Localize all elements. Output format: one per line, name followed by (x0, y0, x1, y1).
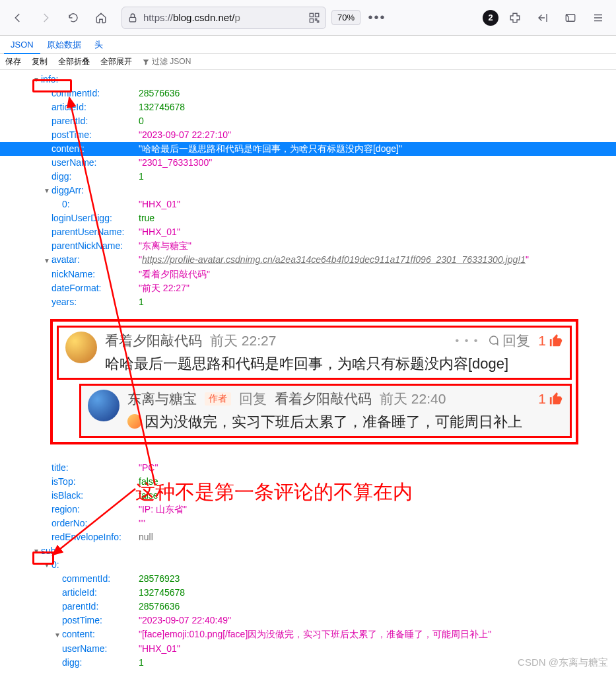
comment-row: 看着夕阳敲代码 前天 22:27 • • • 回复 1 哈哈最后一题思路和代码是… (57, 326, 572, 380)
json-key[interactable]: content (62, 629, 92, 639)
json-key[interactable]: loginUserDigg (51, 213, 110, 223)
json-key[interactable]: isTop (51, 476, 73, 487)
tab-json[interactable]: JSON (4, 36, 40, 54)
json-key[interactable]: years (51, 297, 74, 307)
json-key[interactable]: title (51, 462, 66, 473)
json-key[interactable]: postTime (62, 615, 100, 625)
lock-icon (127, 13, 138, 23)
json-key[interactable]: userName (62, 643, 105, 654)
back-button[interactable] (7, 7, 29, 29)
twisty-icon[interactable]: ▼ (42, 254, 51, 267)
json-key[interactable]: nickName (51, 269, 92, 279)
json-key[interactable]: articleId (51, 102, 84, 112)
json-val: false (139, 475, 158, 489)
json-val: 1 (139, 295, 144, 309)
sidebar-button[interactable] (559, 7, 582, 29)
json-val: "HHX_01" (139, 225, 180, 239)
comment-nick[interactable]: 东离与糖宝 (127, 390, 197, 408)
qr-icon[interactable] (308, 12, 320, 24)
more-icon[interactable]: • • • (456, 335, 479, 347)
reply-button[interactable]: 回复 (487, 332, 530, 350)
json-val: 0 (139, 114, 144, 128)
json-val: "看着夕阳敲代码" (139, 267, 210, 281)
json-val: 1 (139, 170, 144, 184)
json-val: 28576636 (139, 87, 180, 100)
extensions-button[interactable] (504, 7, 526, 29)
svg-rect-0 (129, 17, 135, 22)
home-button[interactable] (90, 7, 112, 29)
like-count[interactable]: 1 (538, 391, 563, 407)
json-key[interactable]: diggArr (51, 184, 81, 197)
json-key[interactable]: 0 (62, 199, 67, 209)
save-action[interactable]: 保存 (0, 56, 26, 67)
json-key[interactable]: region (51, 504, 77, 514)
json-key[interactable]: userName (51, 157, 94, 168)
json-key[interactable]: redEnvelopeInfo (51, 532, 119, 542)
json-key[interactable]: articleId (62, 587, 94, 598)
json-val: "HHX_01" (139, 642, 180, 656)
reload-button[interactable] (62, 7, 85, 29)
zoom-indicator[interactable]: 70% (331, 10, 360, 25)
json-val: "" (139, 516, 145, 530)
json-key[interactable]: digg (62, 657, 79, 668)
json-val: "2023-09-07 22:40:49" (139, 614, 231, 627)
filter-input[interactable]: 过滤 JSON (137, 56, 196, 67)
json-key[interactable]: content (51, 143, 82, 154)
json-val: 132745678 (139, 586, 185, 600)
collapse-all-action[interactable]: 全部折叠 (53, 56, 95, 67)
avatar (65, 332, 97, 363)
json-key[interactable]: commentId (62, 573, 108, 584)
json-key[interactable]: 0 (51, 558, 57, 572)
svg-rect-4 (316, 18, 317, 20)
key-sub[interactable]: sub (41, 544, 56, 558)
twisty-icon[interactable]: ▼ (42, 558, 51, 572)
svg-rect-3 (310, 18, 313, 22)
json-val: false (139, 489, 158, 503)
svg-rect-1 (310, 13, 313, 17)
twisty-icon[interactable]: ▼ (32, 544, 41, 558)
filter-placeholder: 过滤 JSON (152, 56, 191, 67)
action-bar: 保存 复制 全部折叠 全部展开 过滤 JSON (0, 54, 616, 70)
json-key[interactable]: avatar (51, 254, 77, 265)
page-actions-button[interactable]: ••• (366, 7, 388, 29)
json-key[interactable]: isBlack (51, 490, 81, 501)
json-key[interactable]: postTime (51, 129, 89, 140)
json-key[interactable]: parentNickName (51, 240, 120, 251)
json-key[interactable]: digg (51, 171, 69, 182)
json-key[interactable]: parentUserName (51, 227, 122, 237)
json-key[interactable]: orderNo (51, 518, 85, 528)
json-key[interactable]: parentId (51, 116, 85, 126)
forward-button[interactable] (34, 7, 57, 29)
menu-button[interactable] (587, 7, 609, 29)
twisty-icon[interactable]: ▼ (32, 73, 41, 87)
json-key[interactable]: commentId (51, 88, 97, 98)
viewer-tabs: JSON 原始数据 头 (0, 36, 616, 54)
comment-row: 东离与糖宝 作者 回复 看着夕阳敲代码 前天 22:40 1 因为没做完，实习下… (79, 384, 572, 438)
account-button[interactable] (531, 7, 554, 29)
json-val: "PC" (139, 461, 158, 475)
tab-headers[interactable]: 头 (88, 36, 110, 54)
json-val: null (139, 530, 153, 544)
notification-badge[interactable]: 2 (483, 10, 498, 26)
svg-rect-5 (318, 20, 319, 22)
author-badge: 作者 (205, 392, 231, 406)
twisty-icon[interactable]: ▼ (53, 628, 62, 642)
avatar (88, 390, 120, 421)
tab-raw[interactable]: 原始数据 (40, 36, 88, 54)
comment-nick[interactable]: 看着夕阳敲代码 (105, 332, 202, 350)
comment-text: 哈哈最后一题思路和代码是咋回事，为啥只有标题没内容[doge] (105, 354, 563, 374)
json-val: 1 (139, 656, 144, 670)
watermark: CSDN @东离与糖宝 (518, 656, 608, 669)
json-key[interactable]: dateFormat (51, 283, 99, 293)
copy-action[interactable]: 复制 (26, 56, 53, 67)
address-bar[interactable]: https://blog.csdn.net/p (121, 7, 326, 29)
json-key[interactable]: parentId (62, 601, 96, 612)
json-val: true (139, 211, 154, 225)
json-val: "哈哈最后一题思路和代码是咋回事，为啥只有标题没内容[doge]" (139, 142, 402, 156)
reply-to-nick[interactable]: 看着夕阳敲代码 (275, 390, 372, 408)
key-info[interactable]: info (41, 73, 56, 87)
like-count[interactable]: 1 (538, 333, 563, 349)
expand-all-action[interactable]: 全部展开 (95, 56, 137, 67)
twisty-icon[interactable]: ▼ (42, 184, 51, 197)
json-val: 28576923 (139, 572, 180, 586)
